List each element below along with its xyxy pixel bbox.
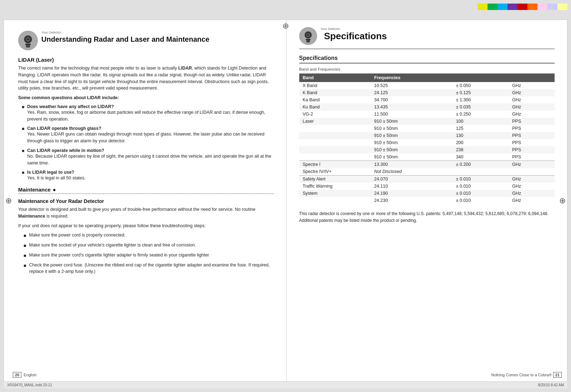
qa-answer-3: No. Because LIDAR operates by line of si…	[27, 153, 274, 167]
right-page-title: Specifications	[324, 31, 387, 42]
unit-kband: GHz	[509, 89, 555, 96]
tol-vg2: ± 0.250	[452, 111, 509, 118]
unit-kuband: GHz	[509, 103, 555, 111]
freq-kband: 24.125	[371, 89, 452, 96]
detector-svg	[18, 31, 38, 50]
color-bar-purple	[508, 4, 518, 10]
maintenance-section: Maintenance ● Maintenance of Your Radar …	[18, 187, 274, 275]
patent-text: This radar detector is covered by one or…	[299, 210, 555, 224]
freq-xband: 10.525	[371, 82, 452, 89]
step-bullet-2: ■	[24, 243, 26, 249]
col-tolerance	[452, 73, 509, 82]
col-frequencies: Frequencies	[371, 73, 452, 82]
unit-system-2: GHz	[509, 197, 555, 204]
tol-safety: ± 0.010	[452, 175, 509, 183]
qa-question-2: Can LIDAR operate through glass?	[27, 126, 274, 131]
table-row: System 24.190 ± 0.010 GHz	[299, 190, 555, 197]
table-row: 910 ± 50nm 340 PPS	[299, 153, 555, 161]
band-kaband: Ka Band	[299, 96, 371, 103]
step-bullet-1: ■	[24, 233, 26, 239]
color-bar-yellow	[478, 4, 488, 10]
tol-kaband: ± 1.300	[452, 96, 509, 103]
band-laser-2	[299, 125, 371, 132]
freq-traffic: 24.110	[371, 183, 452, 190]
band-xband: X Band	[299, 82, 371, 89]
left-page: Your Detector Understanding Radar and La…	[4, 20, 287, 381]
color-bar-blue	[498, 4, 508, 10]
freq-kaband: 34.700	[371, 96, 452, 103]
table-row: Laser 910 ± 50nm 100 PPS	[299, 118, 555, 125]
your-detector-label-left: Your Detector	[41, 31, 209, 34]
tol-system: ± 0.010	[452, 190, 509, 197]
band-laser-6	[299, 153, 371, 161]
bullet-icon-2: ■	[22, 126, 24, 131]
color-bar-red	[518, 4, 527, 10]
svg-point-3	[27, 39, 29, 40]
band-freq-label: Band and Frequencies	[299, 67, 555, 71]
unit-safety: GHz	[509, 175, 555, 183]
freq-laser-1: 910 ± 50nm	[371, 118, 452, 125]
unit-vg2: GHz	[509, 111, 555, 118]
file-name-label: XRS9470_MANL.indd 20-21	[7, 383, 52, 387]
unit-spectre1: GHz	[509, 161, 555, 168]
table-row: 24.230 ± 0.010 GHz	[299, 197, 555, 204]
tol-laser-5: 238	[452, 146, 509, 153]
band-laser-3	[299, 132, 371, 139]
svg-rect-4	[25, 44, 31, 45]
diamond-icon: ●	[53, 187, 56, 193]
band-laser-4	[299, 139, 371, 146]
band-spectre4: Spectre IV/IV+	[299, 168, 371, 175]
color-bar-green	[488, 4, 498, 10]
qa-item-2: ■ Can LIDAR operate through glass? Yes. …	[22, 126, 274, 144]
table-row: X Band 10.525 ± 0.050 GHz	[299, 82, 555, 89]
band-safety: Safety Alert	[299, 175, 371, 183]
left-page-title: Understanding Radar and Laser and Mainte…	[41, 35, 209, 44]
specs-title: Specifications	[299, 55, 555, 63]
unit-system: GHz	[509, 190, 555, 197]
maintenance-title-bar: Maintenance ●	[18, 187, 274, 194]
tol-laser-4: 200	[452, 139, 509, 146]
freq-spectre4: Not Disclosed	[371, 168, 509, 175]
qa-answer-1: Yes. Rain, snow, smoke, fog or airborne …	[27, 109, 274, 123]
brand-text: Nothing Comes Close to a Cobra®	[491, 373, 552, 377]
qa-content-4: Is LIDAR legal to use? Yes. It is legal …	[27, 170, 86, 182]
left-page-footer: 20 English	[13, 372, 36, 378]
band-system-2	[299, 197, 371, 204]
table-row: 910 ± 50nm 130 PPS	[299, 132, 555, 139]
freq-laser-5: 910 ± 50nm	[371, 146, 452, 153]
maintenance-title: Maintenance	[18, 187, 51, 193]
qa-answer-2: Yes. Newer LIDAR guns can obtain reading…	[27, 131, 274, 144]
qa-item-3: ■ Can LIDAR operate while in motion? No.…	[22, 148, 274, 167]
right-page-header: Your Detector Specifications	[299, 27, 555, 49]
step-text-2: Make sure the socket of your vehicle's c…	[29, 242, 196, 249]
color-bar-pink	[537, 4, 547, 10]
step-item-3: ■ Make sure the power cord's cigarette l…	[24, 252, 274, 259]
unit-laser-1: PPS	[509, 118, 555, 125]
qa-content-1: Does weather have any affect on LIDAR? Y…	[27, 104, 274, 123]
qa-question-4: Is LIDAR legal to use?	[27, 170, 86, 175]
unit-laser-2: PPS	[509, 125, 555, 132]
maintenance-steps-list: ■ Make sure the power cord is properly c…	[24, 232, 274, 275]
left-header-text: Your Detector Understanding Radar and La…	[41, 31, 209, 44]
svg-rect-10	[306, 39, 311, 40]
radar-detector-icon-right	[299, 27, 317, 45]
tol-xband: ± 0.050	[452, 82, 509, 89]
unit-traffic: GHz	[509, 183, 555, 190]
maintenance-body1: Your detector is designed and built to g…	[18, 206, 274, 220]
bullet-icon-1: ■	[22, 105, 24, 110]
band-spectre1: Spectre I	[299, 161, 371, 168]
band-laser: Laser	[299, 118, 371, 125]
maintenance-body2: If your unit does not appear to be opera…	[18, 223, 274, 229]
tol-laser-6: 340	[452, 153, 509, 161]
band-kband: K Band	[299, 89, 371, 96]
color-bar-orange	[527, 4, 537, 10]
qa-item-1: ■ Does weather have any affect on LIDAR?…	[22, 104, 274, 123]
unit-kaband: GHz	[509, 96, 555, 103]
lidar-title: LIDAR (Laser)	[18, 57, 274, 63]
tol-kband: ± 0.125	[452, 89, 509, 96]
radar-detector-icon	[18, 31, 38, 50]
band-vg2: VG-2	[299, 111, 371, 118]
col-unit	[509, 73, 555, 82]
step-text-3: Make sure the power cord's cigarette lig…	[29, 252, 210, 259]
table-row: VG-2 11.500 ± 0.250 GHz	[299, 111, 555, 118]
